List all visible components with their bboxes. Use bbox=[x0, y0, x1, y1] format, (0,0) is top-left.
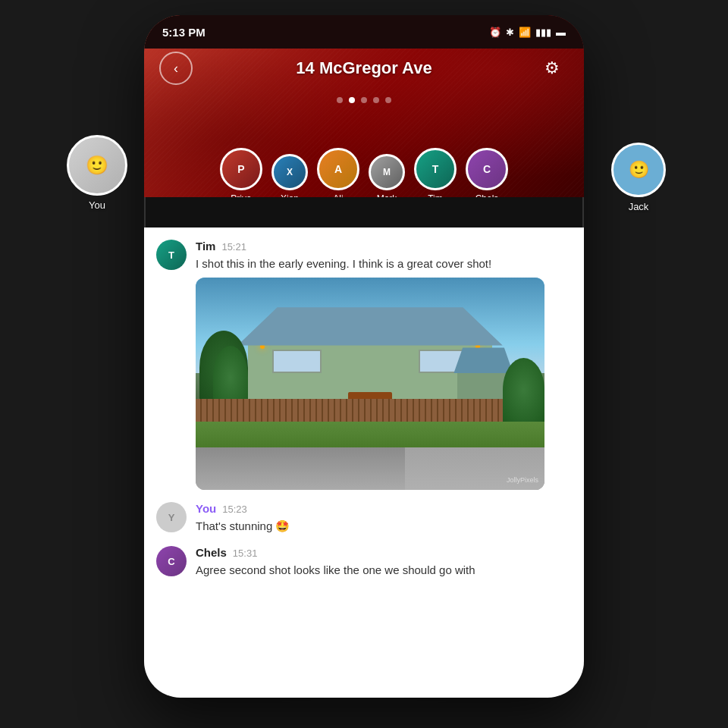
chat-header-chels: Chels 15:31 bbox=[196, 546, 572, 559]
avatar-jack-label: Jack bbox=[629, 201, 649, 212]
chat-name-chels: Chels bbox=[196, 546, 227, 559]
chat-image-house[interactable]: JollyPixels bbox=[196, 278, 544, 490]
house-image: JollyPixels bbox=[196, 278, 544, 490]
bluetooth-icon: ✱ bbox=[506, 27, 514, 38]
settings-icon: ⚙ bbox=[544, 58, 560, 78]
status-time: 5:13 PM bbox=[162, 26, 206, 39]
lawn bbox=[196, 422, 544, 447]
watermark: JollyPixels bbox=[507, 476, 538, 484]
message-chels: C Chels 15:31 Agree second shot looks li… bbox=[156, 546, 572, 578]
message-you: Y You 15:23 That's stunning 🤩 bbox=[156, 502, 572, 534]
settings-button[interactable]: ⚙ bbox=[535, 52, 569, 85]
phone-frame: 5:13 PM ⏰ ✱ 📶 ▮▮▮ ▬ ‹ 14 McGregor Ave ⚙ bbox=[144, 15, 584, 698]
chat-time-you: 15:23 bbox=[222, 504, 247, 515]
header-section: 5:13 PM ⏰ ✱ 📶 ▮▮▮ ▬ ‹ 14 McGregor Ave ⚙ bbox=[144, 15, 584, 197]
header-nav: ‹ 14 McGregor Ave ⚙ bbox=[144, 52, 584, 85]
house-roof bbox=[237, 307, 503, 345]
avatar-item-priya[interactable]: P Priya bbox=[215, 148, 267, 197]
avatar-label-priya: Priya bbox=[231, 193, 251, 197]
avatar-jack-circle: 🙂 bbox=[611, 143, 666, 197]
avatar-label-tim: Tim bbox=[428, 193, 443, 197]
avatar-item-xian[interactable]: X Xian bbox=[267, 154, 312, 197]
avatar-you-circle: 🙂 bbox=[67, 135, 127, 196]
chat-name-tim: Tim bbox=[196, 240, 215, 253]
dot-4[interactable] bbox=[373, 97, 379, 103]
avatar-you-chat[interactable]: Y bbox=[156, 502, 187, 532]
avatar-item-chels[interactable]: C Chels bbox=[461, 148, 513, 197]
dot-5[interactable] bbox=[385, 97, 391, 103]
chat-header-tim: Tim 15:21 bbox=[196, 240, 572, 253]
status-bar: 5:13 PM ⏰ ✱ 📶 ▮▮▮ ▬ bbox=[144, 15, 584, 49]
chat-content-you: You 15:23 That's stunning 🤩 bbox=[196, 502, 572, 534]
message-tim: T Tim 15:21 I shot this in the early eve… bbox=[156, 240, 572, 490]
back-button[interactable]: ‹ bbox=[159, 52, 193, 85]
chat-time-chels: 15:31 bbox=[233, 548, 258, 559]
chat-text-you: That's stunning 🤩 bbox=[196, 518, 572, 534]
battery-icon: ▬ bbox=[556, 27, 566, 38]
back-icon: ‹ bbox=[174, 61, 178, 77]
chat-name-you: You bbox=[196, 502, 216, 515]
dot-1[interactable] bbox=[337, 97, 343, 103]
chat-time-tim: 15:21 bbox=[221, 241, 246, 253]
avatar-jack-outer[interactable]: 🙂 Jack bbox=[611, 143, 666, 212]
chat-text-chels: Agree second shot looks like the one we … bbox=[196, 562, 572, 578]
dot-indicators bbox=[144, 97, 584, 103]
avatar-label-chels: Chels bbox=[475, 193, 499, 197]
scene: 5:13 PM ⏰ ✱ 📶 ▮▮▮ ▬ ‹ 14 McGregor Ave ⚙ bbox=[0, 0, 728, 728]
chat-section: T Tim 15:21 I shot this in the early eve… bbox=[144, 228, 584, 698]
avatar-label-ali: Ali bbox=[333, 193, 343, 197]
alarm-icon: ⏰ bbox=[489, 27, 501, 38]
avatar-tim-chat[interactable]: T bbox=[156, 240, 187, 270]
chat-content-chels: Chels 15:31 Agree second shot looks like… bbox=[196, 546, 572, 578]
avatars-strip: P Priya X Xian A Ali bbox=[144, 148, 584, 197]
status-icons: ⏰ ✱ 📶 ▮▮▮ ▬ bbox=[489, 27, 566, 38]
chat-content-tim: Tim 15:21 I shot this in the early eveni… bbox=[196, 240, 572, 490]
wifi-icon: 📶 bbox=[519, 27, 531, 38]
avatar-label-mark: Mark bbox=[377, 193, 397, 197]
chat-text-tim: I shot this in the early evening. I thin… bbox=[196, 256, 572, 271]
avatar-item-mark[interactable]: M Mark bbox=[364, 154, 410, 197]
header-title: 14 McGregor Ave bbox=[296, 58, 431, 78]
dot-3[interactable] bbox=[361, 97, 367, 103]
dot-2[interactable] bbox=[349, 97, 355, 103]
avatar-chels-chat[interactable]: C bbox=[156, 546, 187, 576]
avatar-label-xian: Xian bbox=[281, 193, 299, 197]
avatar-item-ali[interactable]: A Ali bbox=[312, 148, 364, 197]
avatar-you-outer[interactable]: 🙂 You bbox=[67, 135, 127, 211]
chat-header-you: You 15:23 bbox=[196, 502, 572, 515]
avatar-you-label: You bbox=[89, 199, 105, 211]
avatar-item-tim[interactable]: T Tim bbox=[410, 148, 461, 197]
signal-bars-icon: ▮▮▮ bbox=[535, 27, 551, 38]
